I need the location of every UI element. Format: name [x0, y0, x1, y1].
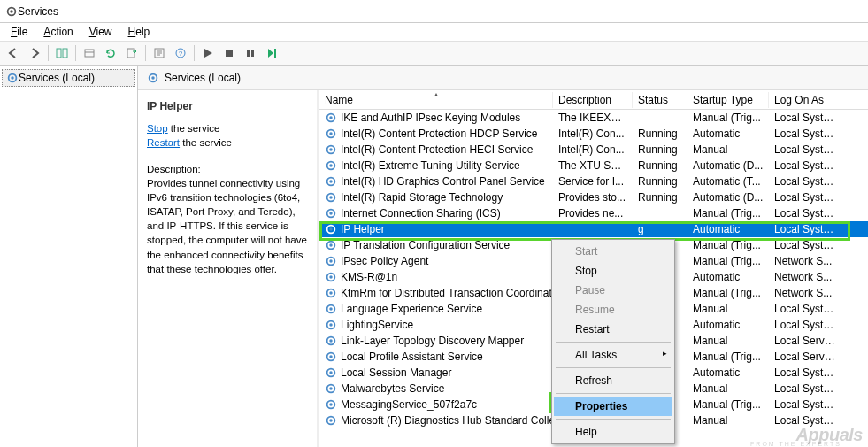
col-logon[interactable]: Log On As	[769, 92, 841, 108]
col-name[interactable]: Name▴	[319, 92, 553, 108]
service-startup: Automatic (T...	[687, 175, 769, 188]
service-name: IP Translation Configuration Service	[341, 239, 510, 251]
service-name: Local Session Manager	[341, 366, 451, 379]
svg-point-44	[329, 323, 333, 327]
table-row[interactable]: Internet Connection Sharing (ICS)Provide…	[319, 205, 868, 221]
separator	[194, 45, 195, 61]
service-desc: The IKEEXT ...	[553, 112, 633, 124]
start-service-button[interactable]	[198, 43, 218, 63]
gear-icon	[325, 303, 337, 315]
ctx-separator	[556, 342, 671, 343]
svg-point-32	[329, 227, 333, 231]
gear-icon	[325, 207, 337, 220]
table-row[interactable]: IKE and AuthIP IPsec Keying ModulesThe I…	[319, 110, 868, 126]
table-row[interactable]: IP HelpergAutomaticLocal Syste...	[319, 221, 868, 237]
ctx-pause: Pause	[554, 281, 672, 300]
ctx-help[interactable]: Help	[554, 422, 672, 442]
list-header: Name▴ Description Status Startup Type Lo…	[319, 90, 868, 110]
col-startup[interactable]: Startup Type	[687, 92, 769, 108]
service-status: Running	[633, 191, 687, 204]
service-desc: Service for I...	[553, 175, 633, 188]
restart-service-button[interactable]	[262, 43, 281, 63]
table-row[interactable]: Intel(R) Content Protection HDCP Service…	[319, 126, 868, 142]
table-row[interactable]: Intel(R) Extreme Tuning Utility ServiceT…	[319, 158, 868, 173]
restart-link[interactable]: Restart	[147, 137, 180, 148]
service-desc: Provides ne...	[553, 207, 633, 220]
ctx-restart[interactable]: Restart	[554, 320, 672, 339]
col-status[interactable]: Status	[633, 92, 687, 108]
back-button[interactable]	[4, 43, 23, 63]
svg-point-48	[329, 355, 333, 358]
tree-root-item[interactable]: Services (Local)	[2, 69, 135, 87]
gear-icon	[325, 271, 337, 283]
service-startup: Manual (Trig...	[687, 207, 769, 220]
ctx-stop[interactable]: Stop	[554, 261, 672, 281]
ctx-refresh[interactable]: Refresh	[554, 371, 672, 390]
ctx-separator	[556, 419, 671, 420]
service-name: Language Experience Service	[341, 303, 482, 315]
col-desc[interactable]: Description	[553, 92, 633, 108]
table-row[interactable]: Intel(R) HD Graphics Control Panel Servi…	[319, 173, 868, 189]
service-name: Intel(R) Extreme Tuning Utility Service	[341, 159, 520, 172]
service-startup: Manual	[687, 143, 769, 156]
svg-point-36	[329, 259, 333, 263]
refresh-button[interactable]	[101, 43, 120, 63]
service-logon: Local Syste...	[769, 398, 841, 411]
table-row[interactable]: Intel(R) Rapid Storage TechnologyProvide…	[319, 189, 868, 205]
ctx-separator	[556, 367, 671, 368]
forward-button[interactable]	[25, 43, 44, 63]
svg-rect-11	[251, 50, 254, 57]
gear-icon	[325, 351, 337, 363]
service-startup: Manual	[687, 303, 769, 315]
service-name: KMS-R@1n	[341, 271, 397, 283]
ctx-all-tasks[interactable]: All Tasks	[554, 345, 672, 365]
service-name: IKE and AuthIP IPsec Keying Modules	[341, 112, 520, 124]
pause-service-button[interactable]	[241, 43, 260, 63]
table-row[interactable]: Intel(R) Content Protection HECI Service…	[319, 142, 868, 158]
services-icon	[5, 5, 18, 18]
service-logon: Local Syste...	[769, 175, 841, 188]
service-desc: The XTU Ser...	[553, 159, 633, 172]
svg-rect-9	[226, 50, 233, 57]
service-name: KtmRm for Distributed Transaction Coordi…	[341, 287, 553, 299]
stop-link[interactable]: Stop	[147, 123, 168, 134]
restart-line: Restart the service	[147, 135, 311, 150]
properties-button[interactable]	[150, 43, 169, 63]
main-area: Services (Local) Services (Local) IP Hel…	[0, 66, 868, 447]
window-title: Services	[18, 5, 58, 18]
menu-action[interactable]: Action	[36, 24, 80, 40]
service-logon: Local Service	[769, 351, 841, 363]
gear-icon	[325, 287, 337, 299]
export-button[interactable]	[80, 43, 99, 63]
gear-icon	[325, 223, 337, 235]
menu-file[interactable]: File	[4, 24, 35, 40]
service-logon: Local Service	[769, 335, 841, 347]
service-logon: Local Syste...	[769, 239, 841, 251]
stop-line: Stop the service	[147, 121, 311, 135]
gear-icon	[325, 414, 337, 427]
service-logon: Local Syste...	[769, 159, 841, 172]
menu-view[interactable]: View	[82, 24, 119, 40]
export-list-button[interactable]	[122, 43, 142, 63]
service-startup: Automatic (D...	[687, 191, 769, 204]
svg-point-30	[329, 212, 333, 215]
help-button[interactable]: ?	[171, 43, 190, 63]
svg-point-40	[329, 291, 333, 295]
svg-text:?: ?	[179, 50, 183, 58]
svg-rect-12	[274, 49, 276, 58]
gear-icon	[325, 112, 337, 124]
gear-icon	[325, 239, 337, 251]
service-startup: Manual	[687, 414, 769, 427]
gear-icon	[325, 159, 337, 172]
stop-service-button[interactable]	[219, 43, 239, 63]
show-hide-button[interactable]	[52, 43, 72, 63]
services-list: Name▴ Description Status Startup Type Lo…	[319, 90, 868, 447]
service-name: Intel(R) HD Graphics Control Panel Servi…	[341, 175, 545, 188]
service-logon: Local Syste...	[769, 112, 841, 124]
svg-point-20	[329, 132, 333, 135]
svg-rect-3	[63, 49, 67, 58]
service-startup: Manual (Trig...	[687, 287, 769, 299]
gear-icon	[325, 382, 337, 395]
ctx-properties[interactable]: Properties	[554, 397, 672, 416]
menu-help[interactable]: Help	[121, 24, 157, 40]
